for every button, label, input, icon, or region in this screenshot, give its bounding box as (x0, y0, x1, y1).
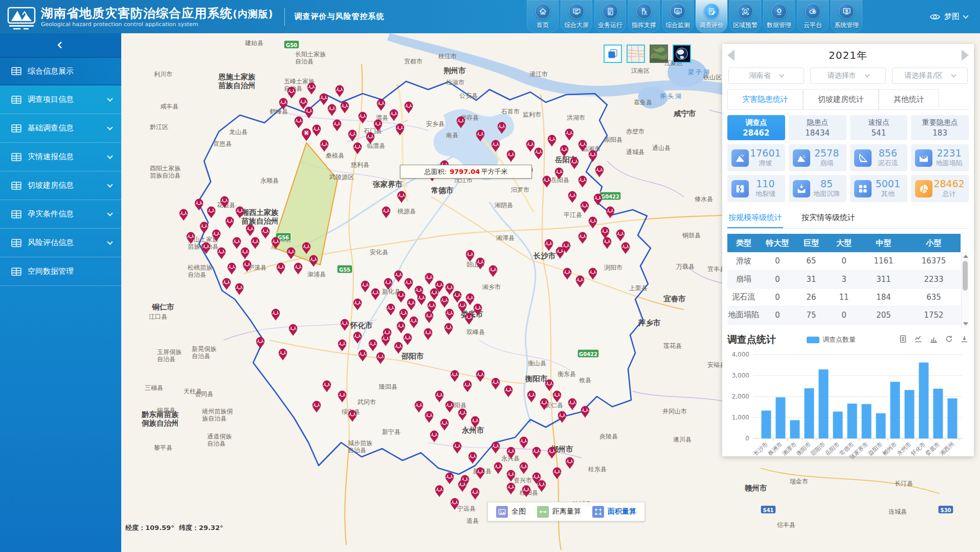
map-label-江口县: 江口县 (149, 313, 167, 320)
hazard-pin[interactable] (299, 98, 307, 109)
bar-湘潭市[interactable] (790, 420, 800, 438)
bar-郴州市[interactable] (890, 382, 900, 438)
subtab-按灾情等级统计[interactable]: 按灾情等级统计 (800, 208, 856, 228)
hazard-pin[interactable] (595, 166, 604, 177)
user-menu[interactable]: 梦图 (930, 0, 968, 33)
tab-灾害隐患统计[interactable]: 灾害隐患统计 (727, 89, 803, 109)
bar-常德市[interactable] (848, 404, 857, 438)
hazard-pin[interactable] (532, 447, 541, 458)
nav-item-系统管理[interactable]: 系统管理 (831, 0, 862, 33)
hazard-pin[interactable] (180, 209, 188, 220)
type-card-滑坡[interactable]: 17601滑坡 (727, 144, 785, 171)
previous-year-button[interactable] (727, 50, 734, 61)
next-year-button[interactable] (962, 50, 969, 61)
bar-衡阳市[interactable] (805, 388, 814, 438)
region-select-1[interactable]: 请选择市 (810, 68, 886, 84)
summary-card-重要隐患点[interactable]: 重要隐患点183 (911, 115, 969, 140)
bar-岳阳市[interactable] (833, 412, 843, 439)
scroll-thumb[interactable] (963, 261, 968, 291)
nav-item-区域预警[interactable]: 区域预警 (729, 0, 761, 33)
bar-益阳市[interactable] (876, 413, 886, 438)
type-card-总计[interactable]: 28462总计 (911, 175, 969, 202)
dataview-icon[interactable] (899, 335, 907, 345)
type-card-地裂缝[interactable]: 110地裂缝 (727, 175, 785, 202)
nav-item-业务运行[interactable]: 业务运行 (594, 0, 626, 33)
hazard-pin[interactable] (553, 468, 561, 479)
type-card-地面塌陷[interactable]: 2231地面塌陷 (911, 144, 969, 171)
type-card-崩塌[interactable]: 2578崩塌 (789, 144, 847, 171)
hazard-pin[interactable] (492, 442, 500, 453)
nav-item-数据管理[interactable]: 数据管理 (763, 0, 795, 33)
table-scrollbar[interactable] (961, 252, 969, 328)
hazard-pin[interactable] (476, 468, 484, 479)
hazard-pin[interactable] (307, 83, 316, 94)
hazard-pin[interactable] (507, 483, 515, 494)
hazard-pin[interactable] (566, 457, 574, 469)
globe-3d-button[interactable] (673, 45, 691, 63)
layers-button[interactable] (604, 45, 622, 63)
tab-其他统计[interactable]: 其他统计 (879, 89, 939, 109)
hazard-pin[interactable] (520, 462, 528, 474)
summary-card-隐患点[interactable]: 隐患点18434 (789, 115, 847, 140)
type-card-地面沉降[interactable]: 85地面沉降 (789, 175, 847, 202)
app-title: 湖南省地质灾害防治综合应用系统 (41, 6, 233, 20)
hazard-pin[interactable] (446, 473, 454, 484)
hazard-pin[interactable] (336, 85, 344, 97)
map-label-建始县: 建始县 (244, 39, 263, 47)
hazard-pin[interactable] (581, 406, 589, 417)
subtab-按规模等级统计[interactable]: 按规模等级统计 (727, 208, 783, 228)
hazard-pin[interactable] (287, 87, 296, 98)
refresh-icon[interactable] (945, 335, 953, 345)
summary-card-速报点[interactable]: 速报点541 (850, 115, 908, 140)
sidebar-item-孕灾条件信息[interactable]: 孕灾条件信息 (0, 200, 121, 229)
sidebar-item-风险评估信息[interactable]: 风险评估信息 (0, 229, 121, 257)
sidebar-item-综合信息展示[interactable]: 综合信息展示 (0, 57, 121, 85)
nav-item-首页[interactable]: 首页 (527, 0, 559, 33)
bar-怀化市[interactable] (919, 363, 929, 438)
nav-item-调查评价[interactable]: 调查评价 (696, 0, 727, 33)
bar-湘西州[interactable] (948, 399, 957, 438)
hazard-pin[interactable] (435, 485, 443, 497)
hazard-pin[interactable] (558, 411, 566, 423)
hazard-pin[interactable] (458, 480, 466, 492)
nav-item-综合监测[interactable]: 综合监测 (662, 0, 694, 33)
bar-娄底市[interactable] (933, 389, 943, 438)
bar-邵阳市[interactable] (819, 369, 829, 438)
tool-距离量算[interactable]: 距离量算 (537, 506, 581, 518)
bar-张家界市[interactable] (862, 404, 872, 438)
scroll-up-icon[interactable] (963, 255, 968, 258)
download-icon[interactable] (960, 335, 969, 345)
hazard-pin[interactable] (520, 437, 528, 448)
street-map-button[interactable] (627, 45, 645, 63)
satellite-button[interactable] (650, 45, 668, 63)
chart-legend[interactable]: 调查点数量 (807, 335, 856, 344)
bar-长沙市[interactable] (762, 411, 771, 439)
region-select-0[interactable]: 湖南省 (728, 68, 804, 84)
type-card-泥石流[interactable]: 856泥石流 (850, 144, 908, 171)
scroll-down-icon[interactable] (963, 322, 968, 325)
tool-全图[interactable]: 全图 (496, 506, 526, 518)
sidebar-item-调查项目信息[interactable]: 调查项目信息 (0, 85, 121, 114)
region-select-2[interactable]: 请选择县/区 (892, 68, 968, 84)
hazard-pin[interactable] (471, 488, 479, 499)
bar-chart-icon[interactable] (929, 335, 938, 345)
sidebar-collapse-button[interactable] (0, 33, 121, 57)
sidebar-item-基础调查信息[interactable]: 基础调查信息 (0, 114, 121, 143)
nav-item-云平台[interactable]: 云平台 (797, 0, 829, 33)
bar-永州市[interactable] (905, 390, 915, 438)
sidebar-item-灾情速报信息[interactable]: 灾情速报信息 (0, 143, 121, 171)
bar-株洲市[interactable] (776, 398, 786, 438)
type-card-其他[interactable]: 5001其他 (850, 175, 908, 202)
sidebar-item-切坡建房信息[interactable]: 切坡建房信息 (0, 171, 121, 200)
nav-item-综合大屏[interactable]: 综合大屏 (561, 0, 592, 33)
nav-item-指挥支撑[interactable]: 指挥支撑 (628, 0, 660, 33)
summary-card-调查点[interactable]: 调查点28462 (727, 115, 785, 140)
sidebar-item-空间数据管理[interactable]: 空间数据管理 (0, 257, 121, 286)
tool-面积量算[interactable]: 面积量算 (592, 506, 636, 518)
hazard-pin[interactable] (548, 447, 556, 458)
line-chart-icon[interactable] (914, 335, 923, 345)
tab-切坡建房统计[interactable]: 切坡建房统计 (803, 89, 879, 109)
hazard-pin[interactable] (538, 480, 546, 492)
hazard-pin[interactable] (494, 462, 502, 474)
map-label-黔江区: 黔江区 (150, 123, 168, 130)
